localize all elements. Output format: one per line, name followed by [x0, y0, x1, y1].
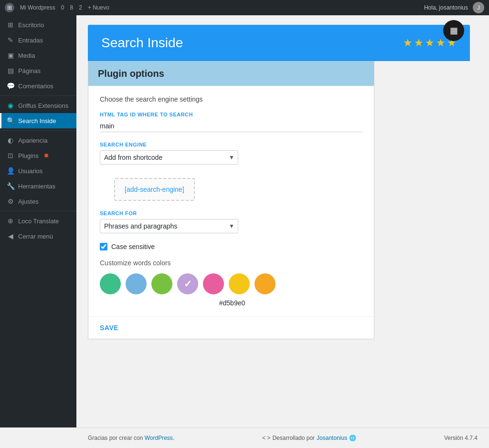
- sidebar-label-apariencia: Apariencia: [18, 137, 47, 144]
- search-engine-field-group: SEARCH ENGINE Add from shortcode Add fro…: [100, 142, 362, 165]
- color-swatch-yellow[interactable]: [229, 273, 250, 294]
- griffus-icon: ◉: [7, 102, 14, 109]
- plugin-logo-icon: ▦: [443, 20, 464, 41]
- search-engine-select-wrapper: Add from shortcode Add from widget Add f…: [100, 150, 238, 165]
- shortcode-text: [add-search-engine]: [125, 186, 184, 193]
- sidebar: ⊞ Escritorio ✎ Entradas ▣ Media ▤ Página…: [0, 15, 76, 427]
- selected-color-hex: #d5b9e0: [102, 299, 362, 307]
- update-count[interactable]: 8: [70, 4, 73, 11]
- sidebar-item-cerrar-menu[interactable]: ◀ Cerrar menú: [0, 229, 76, 244]
- sidebar-item-plugins[interactable]: ⊡ Plugins: [0, 148, 76, 163]
- plugin-panel-body: Choose the search engine settings HTML T…: [88, 86, 374, 316]
- sidebar-item-loco-translate[interactable]: ⊕ Loco Translate: [0, 213, 76, 229]
- case-sensitive-label[interactable]: Case sensitive: [111, 243, 155, 250]
- admin-bar-right: Hola, josantonius J: [424, 2, 484, 13]
- plugin-panel-footer: SAVE: [88, 316, 374, 339]
- sidebar-item-escritorio[interactable]: ⊞ Escritorio: [0, 17, 76, 32]
- case-sensitive-checkbox[interactable]: [100, 243, 107, 250]
- star-4: ★: [436, 37, 446, 49]
- ajustes-icon: ⚙: [7, 198, 14, 205]
- sidebar-item-media[interactable]: ▣ Media: [0, 48, 76, 63]
- sidebar-item-apariencia[interactable]: ◐ Apariencia: [0, 133, 76, 148]
- search-for-select[interactable]: Phrases and paragraphs Words Exact match: [100, 219, 238, 233]
- sidebar-label-entradas: Entradas: [18, 37, 43, 44]
- escritorio-icon: ⊞: [7, 21, 14, 29]
- sidebar-item-entradas[interactable]: ✎ Entradas: [0, 32, 76, 48]
- sidebar-item-comentarios[interactable]: 💬 Comentarios: [0, 78, 76, 94]
- plugin-panel-header: Plugin options: [88, 62, 374, 86]
- section-subtitle: Choose the search engine settings: [100, 95, 362, 103]
- sidebar-item-ajustes[interactable]: ⚙ Ajustes: [0, 194, 76, 209]
- sidebar-label-comentarios: Comentarios: [18, 83, 53, 90]
- sidebar-label-searchinside: Search Inside: [18, 117, 56, 125]
- star-2: ★: [414, 37, 424, 49]
- menu-item-2[interactable]: 2: [79, 4, 82, 11]
- plugin-icon-symbol: ▦: [450, 25, 458, 36]
- main-content: Search Inside ★ ★ ★ ★ ★ ▦ Plugin options: [76, 15, 489, 427]
- color-swatch-purple[interactable]: [177, 273, 198, 294]
- star-1: ★: [403, 37, 413, 49]
- comment-count[interactable]: 0: [61, 4, 64, 11]
- html-tag-label: HTML TAG ID WHERE TO SEARCH: [100, 112, 362, 117]
- search-engine-select[interactable]: Add from shortcode Add from widget Add f…: [100, 150, 238, 165]
- color-swatch-pink[interactable]: [203, 273, 224, 294]
- footer-code-icon: < >: [262, 435, 270, 441]
- color-swatches: [100, 273, 362, 294]
- sidebar-label-paginas: Páginas: [18, 67, 41, 74]
- footer-center: < > Desarrollado por Josantonius 🌐: [262, 435, 356, 441]
- sidebar-label-griffus: Griffus Extensions: [18, 102, 68, 109]
- footer-developed-text: Desarrollado por: [272, 435, 315, 441]
- footer-fingerprint-icon: 🌐: [349, 435, 356, 441]
- html-tag-input[interactable]: [100, 120, 362, 132]
- wp-footer: Gracias por crear con WordPress. < > Des…: [76, 427, 489, 448]
- color-swatch-orange[interactable]: [255, 273, 276, 294]
- wp-layout: ⊞ Escritorio ✎ Entradas ▣ Media ▤ Página…: [0, 15, 489, 427]
- sidebar-divider-1: [0, 95, 76, 96]
- admin-greeting: Hola, josantonius: [424, 4, 468, 11]
- sidebar-label-cerrar-menu: Cerrar menú: [18, 233, 53, 240]
- footer-wordpress-link[interactable]: WordPress: [145, 435, 173, 441]
- sidebar-divider-2: [0, 130, 76, 131]
- sidebar-item-searchinside[interactable]: 🔍 Search Inside: [0, 113, 76, 128]
- plugins-badge: [44, 154, 48, 157]
- new-item-button[interactable]: + Nuevo: [88, 4, 109, 11]
- avatar[interactable]: J: [473, 2, 484, 13]
- footer-version: Versión 4.7.4: [444, 435, 478, 441]
- color-swatch-blue[interactable]: [126, 273, 147, 294]
- footer-left: Gracias por crear con WordPress.: [88, 435, 174, 441]
- searchinside-icon: 🔍: [7, 117, 14, 125]
- shortcode-box: [add-search-engine]: [114, 178, 195, 201]
- paginas-icon: ▤: [7, 67, 14, 74]
- color-swatch-lime[interactable]: [151, 273, 172, 294]
- save-button[interactable]: SAVE: [100, 324, 118, 332]
- sidebar-item-herramientas[interactable]: 🔧 Herramientas: [0, 178, 76, 194]
- search-for-field-group: SEARCH FOR Phrases and paragraphs Words …: [100, 210, 362, 233]
- admin-bar: ⊞ Mi Wordpress 0 8 2 + Nuevo Hola, josan…: [0, 0, 489, 15]
- plugin-header: Search Inside ★ ★ ★ ★ ★ ▦: [88, 25, 470, 61]
- usuarios-icon: 👤: [7, 167, 14, 175]
- herramientas-icon: 🔧: [7, 182, 14, 190]
- color-swatch-green[interactable]: [100, 273, 121, 294]
- html-tag-field-group: HTML TAG ID WHERE TO SEARCH: [100, 112, 362, 132]
- sidebar-item-griffus[interactable]: ◉ Griffus Extensions: [0, 98, 76, 113]
- apariencia-icon: ◐: [7, 136, 14, 144]
- cerrar-menu-icon: ◀: [7, 232, 14, 240]
- star-3: ★: [425, 37, 435, 49]
- sidebar-label-herramientas: Herramientas: [18, 183, 55, 190]
- loco-translate-icon: ⊕: [7, 217, 14, 225]
- media-icon: ▣: [7, 52, 14, 59]
- site-title[interactable]: Mi Wordpress: [20, 4, 55, 11]
- plugin-panel: Plugin options Choose the search engine …: [88, 61, 374, 339]
- footer-thank-you-text: Gracias por crear con: [88, 435, 143, 441]
- plugin-header-title: Search Inside: [101, 35, 183, 51]
- sidebar-item-usuarios[interactable]: 👤 Usuarios: [0, 163, 76, 178]
- sidebar-label-plugins: Plugins: [18, 152, 39, 159]
- plugin-panel-title: Plugin options: [98, 68, 364, 79]
- plugin-banner-wrapper: Search Inside ★ ★ ★ ★ ★ ▦ Plugin options: [88, 25, 470, 339]
- sidebar-item-paginas[interactable]: ▤ Páginas: [0, 63, 76, 78]
- case-sensitive-row: Case sensitive: [100, 243, 362, 250]
- wp-logo[interactable]: ⊞: [5, 3, 14, 12]
- sidebar-label-usuarios: Usuarios: [18, 167, 43, 175]
- footer-developer-link[interactable]: Josantonius: [317, 435, 347, 441]
- entradas-icon: ✎: [7, 36, 14, 44]
